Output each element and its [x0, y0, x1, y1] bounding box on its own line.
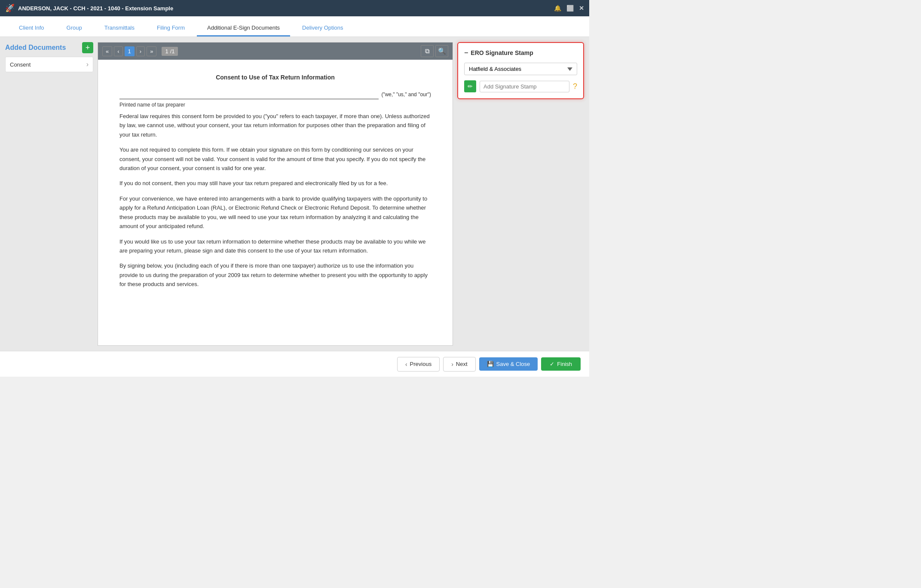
current-page-button[interactable]: 1	[125, 46, 135, 56]
paragraph-5: If you would like us to use your tax ret…	[119, 237, 431, 256]
document-title: Consent to Use of Tax Return Information	[119, 73, 431, 82]
edit-icon: ✏	[468, 83, 473, 90]
stamp-input-row: ✏ ?	[464, 80, 577, 92]
main-content: Added Documents + Consent › « ‹ 1 › » 1 …	[0, 37, 589, 351]
bottom-bar: ‹ Previous › Next 💾 Save & Close ✓ Finis…	[0, 351, 589, 377]
tab-filing-form[interactable]: Filing Form	[147, 20, 195, 37]
document-content: Consent to Use of Tax Return Information…	[98, 60, 453, 308]
save-icon: 💾	[487, 361, 494, 367]
save-close-button[interactable]: 💾 Save & Close	[479, 357, 538, 371]
next-button[interactable]: › Next	[443, 357, 475, 372]
copy-button[interactable]: ⧉	[421, 45, 434, 57]
tab-client-info[interactable]: Client Info	[9, 20, 55, 37]
prev-arrow-icon: ‹	[405, 361, 407, 368]
maximize-icon[interactable]: ⬜	[566, 5, 574, 12]
finish-label: Finish	[557, 361, 572, 367]
previous-label: Previous	[410, 361, 432, 367]
previous-button[interactable]: ‹ Previous	[397, 357, 440, 372]
firm-dropdown[interactable]: Hatfield & Associates	[464, 63, 577, 75]
save-close-label: Save & Close	[496, 361, 530, 367]
app-title: ANDERSON, JACK - CCH - 2021 - 1040 - Ext…	[18, 5, 173, 12]
tab-additional-esign[interactable]: Additional E-Sign Documents	[197, 20, 290, 37]
ero-stamp-card: − ERO Signature Stamp Hatfield & Associa…	[457, 42, 584, 99]
paragraph-4: For your convenience, we have entered in…	[119, 194, 431, 231]
paragraph-3: If you do not consent, then you may stil…	[119, 179, 431, 188]
collapse-icon[interactable]: −	[464, 49, 468, 57]
list-item[interactable]: Consent ›	[5, 57, 93, 72]
left-panel: Added Documents + Consent ›	[5, 42, 93, 346]
page-total-display: /1	[170, 48, 175, 55]
paragraph-6: By signing below, you (including each of…	[119, 261, 431, 289]
signature-stamp-input[interactable]	[480, 81, 569, 92]
finish-check-icon: ✓	[550, 361, 554, 367]
prev-page-button[interactable]: ‹	[114, 46, 122, 56]
doc-line-label: ("we," "us," and "our")	[381, 91, 431, 99]
paragraph-2: You are not required to complete this fo…	[119, 145, 431, 173]
next-page-button[interactable]: ›	[136, 46, 145, 56]
added-docs-header: Added Documents +	[5, 42, 93, 53]
next-arrow-icon: ›	[451, 361, 453, 368]
document-name: Consent	[10, 61, 31, 68]
document-scroll-area[interactable]: Consent to Use of Tax Return Information…	[98, 60, 453, 345]
edit-stamp-button[interactable]: ✏	[464, 80, 476, 92]
first-page-button[interactable]: «	[102, 46, 112, 56]
tabbar: Client Info Group Transmittals Filing Fo…	[0, 16, 589, 37]
app-icon: 🚀	[5, 3, 15, 13]
titlebar: 🚀 ANDERSON, JACK - CCH - 2021 - 1040 - E…	[0, 0, 589, 16]
next-label: Next	[456, 361, 468, 367]
tab-delivery-options[interactable]: Delivery Options	[292, 20, 353, 37]
chevron-right-icon: ›	[86, 61, 89, 68]
finish-button[interactable]: ✓ Finish	[541, 357, 581, 371]
tab-transmittals[interactable]: Transmittals	[94, 20, 145, 37]
paragraph-1: Federal law requires this consent form b…	[119, 112, 431, 139]
ero-stamp-header: − ERO Signature Stamp	[464, 49, 577, 57]
notification-icon[interactable]: 🔔	[554, 5, 561, 12]
add-document-button[interactable]: +	[82, 42, 93, 53]
close-icon[interactable]: ✕	[579, 5, 584, 12]
help-icon[interactable]: ?	[573, 82, 577, 91]
printed-name-label: Printed name of tax preparer	[119, 101, 431, 109]
ero-stamp-title-text: ERO Signature Stamp	[471, 49, 533, 56]
window-controls[interactable]: 🔔 ⬜ ✕	[554, 5, 584, 12]
page-display: 1	[165, 48, 168, 55]
added-docs-title: Added Documents	[5, 44, 66, 52]
page-indicator: 1 /1	[162, 47, 178, 56]
viewer-toolbar: « ‹ 1 › » 1 /1 ⧉ 🔍	[98, 43, 453, 60]
right-panel: − ERO Signature Stamp Hatfield & Associa…	[457, 42, 584, 346]
search-button[interactable]: 🔍	[435, 45, 448, 57]
tab-group[interactable]: Group	[56, 20, 92, 37]
document-viewer: « ‹ 1 › » 1 /1 ⧉ 🔍 Consent to Use of Tax…	[98, 42, 453, 346]
last-page-button[interactable]: »	[147, 46, 156, 56]
